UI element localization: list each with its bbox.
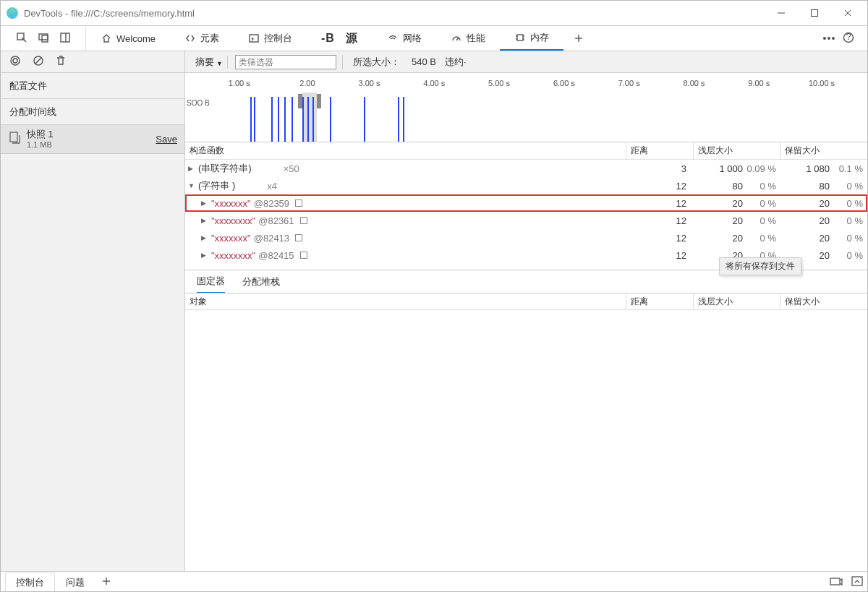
chip-icon [514, 32, 526, 43]
record-icon[interactable] [9, 55, 21, 69]
expand-icon[interactable]: ▶ [201, 234, 208, 241]
drawer-settings-icon[interactable] [830, 576, 843, 588]
copy-icon[interactable] [295, 200, 302, 207]
copy-icon[interactable] [300, 252, 307, 259]
selected-size-value: 540 B [412, 56, 436, 67]
svg-rect-5 [39, 34, 48, 40]
main-tabs: Welcome 元素 控制台 -B 源 网络 性能 内存 ? [1, 25, 867, 51]
table-row[interactable]: ▶"xxxxxxx" @82359 12200 %200 % [185, 194, 867, 212]
table-row[interactable]: ▶(串联字符串) ×5031 0000.09 %1 0800.1 % [185, 160, 867, 177]
row-text: "xxxxxxx" [211, 233, 251, 244]
expand-icon[interactable]: ▶ [201, 252, 208, 259]
svg-rect-11 [517, 35, 523, 40]
table-row[interactable]: ▶"xxxxxxxx" @82361 12200 %200 % [185, 212, 867, 229]
tab-console[interactable]: 控制台 [234, 26, 307, 51]
ret-col-shallow[interactable]: 浅层大小 [694, 293, 780, 309]
expand-icon[interactable]: ▼ [188, 182, 195, 189]
svg-point-20 [833, 38, 835, 40]
row-text: "xxxxxxx" [211, 198, 251, 209]
ret-col-retained[interactable]: 保留大小 [780, 293, 867, 309]
timeline-bar [403, 97, 404, 142]
table-row[interactable]: ▼(字符串 ) x412800 %800 % [185, 177, 867, 194]
timeline-selection[interactable] [302, 93, 318, 142]
expand-icon[interactable]: ▶ [188, 165, 195, 172]
sidebar-item-timeline[interactable]: 分配时间线 [1, 99, 184, 125]
row-text: (字符串 ) [198, 179, 235, 192]
tab-alloc-stack[interactable]: 分配堆栈 [242, 270, 280, 293]
tab-memory[interactable]: 内存 [500, 26, 563, 51]
sidebar-profiles-label: 配置文件 [9, 80, 47, 93]
sources-prefix: -B [321, 32, 335, 45]
row-id: @82413 [254, 233, 289, 244]
cell-distance: 12 [626, 198, 694, 209]
maximize-button[interactable] [798, 1, 831, 25]
col-shallow[interactable]: 浅层大小 [694, 142, 780, 159]
svg-rect-27 [10, 132, 17, 142]
timeline-tick: 2.00 [299, 79, 315, 87]
bottom-tab-console[interactable]: 控制台 [5, 572, 55, 593]
clear-icon[interactable] [33, 55, 44, 69]
ret-col-distance[interactable]: 距离 [626, 293, 694, 309]
expand-icon[interactable]: ▶ [201, 200, 208, 207]
tab-sources[interactable]: -B 源 [307, 26, 373, 51]
cell-distance: 12 [626, 233, 694, 244]
tab-elements[interactable]: 元素 [170, 26, 234, 51]
tab-welcome[interactable]: Welcome [86, 26, 170, 51]
snapshot-save-link[interactable]: Save [156, 134, 177, 145]
timeline-bar [250, 97, 252, 142]
tab-network[interactable]: 网络 [373, 26, 436, 51]
timeline-tick: 9.00 s [748, 79, 770, 87]
cell-shallow: 200 % [694, 198, 780, 209]
timeline-bar [312, 97, 314, 142]
allocation-timeline[interactable]: 1.00 s2.003.00 s4.00 s5.00 s6.00 s7.00 s… [185, 73, 867, 142]
dock-icon[interactable] [59, 32, 71, 46]
drawer-expand-icon[interactable] [851, 576, 863, 588]
main-split: 配置文件 分配时间线 快照 1 1.1 MB Save 1.00 s2.003.… [1, 73, 867, 571]
inspect-tools [1, 26, 86, 51]
ret-col-object[interactable]: 对象 [185, 293, 626, 309]
timeline-tick: 10.00 s [809, 79, 835, 87]
copy-icon[interactable] [300, 217, 307, 224]
close-button[interactable] [831, 1, 864, 25]
tab-memory-label: 内存 [530, 31, 549, 44]
tab-sources-label: 源 [346, 31, 358, 46]
svg-rect-7 [61, 33, 69, 42]
col-distance[interactable]: 距离 [626, 142, 694, 159]
bottom-bar: 控制台 问题 [1, 571, 867, 592]
trash-icon[interactable] [56, 55, 66, 69]
timeline-tick: 1.00 s [229, 79, 250, 87]
timeline-tick: 8.00 s [684, 79, 705, 87]
help-icon[interactable]: ? [843, 32, 854, 46]
gauge-icon [451, 33, 462, 44]
svg-rect-6 [42, 35, 48, 42]
timeline-handle[interactable] [298, 94, 302, 108]
app-icon [7, 7, 18, 19]
sidebar-item-profiles[interactable]: 配置文件 [1, 73, 184, 99]
cell-shallow: 1 0000.09 % [694, 163, 780, 174]
more-icon[interactable] [822, 32, 835, 45]
view-select[interactable]: 摘要 [191, 56, 228, 69]
cell-retained: 800 % [780, 181, 867, 192]
tab-retainers[interactable]: 固定器 [197, 270, 225, 293]
expand-icon[interactable]: ▶ [201, 217, 208, 224]
sidebar-timeline-label: 分配时间线 [9, 106, 56, 119]
timeline-handle[interactable] [317, 94, 321, 108]
device-icon[interactable] [38, 32, 49, 46]
approx-label: 违约· [445, 56, 467, 69]
bottom-tab-issues[interactable]: 问题 [55, 572, 95, 593]
bottom-add-button[interactable] [95, 573, 117, 591]
tabbar-right: ? [809, 26, 867, 51]
console-icon [248, 33, 260, 44]
tab-performance[interactable]: 性能 [436, 26, 500, 51]
col-retained[interactable]: 保留大小 [780, 142, 867, 159]
copy-icon[interactable] [295, 234, 302, 241]
inspect-icon[interactable] [16, 32, 27, 46]
class-filter-input[interactable] [235, 55, 336, 69]
sidebar-item-snapshot[interactable]: 快照 1 1.1 MB Save [1, 125, 184, 154]
add-tab-button[interactable] [563, 26, 594, 51]
col-constructor[interactable]: 构造函数 [185, 142, 626, 159]
table-row[interactable]: ▶"xxxxxxx" @82413 12200 %200 % [185, 229, 867, 246]
svg-rect-9 [250, 35, 258, 42]
svg-point-23 [11, 56, 20, 65]
minimize-button[interactable] [765, 1, 798, 25]
